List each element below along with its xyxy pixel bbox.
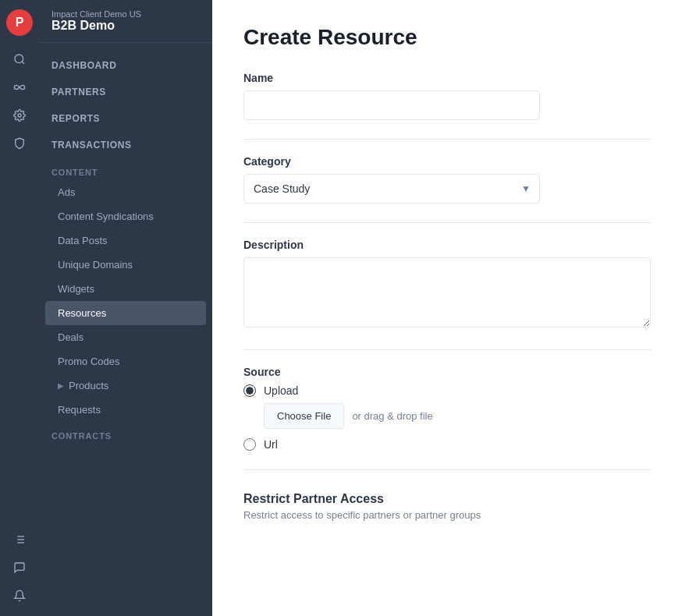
restrict-desc: Restrict access to specific partners or … [243,509,651,521]
main-content: Create Resource Name Category Case Study… [212,0,682,616]
sidebar-item-ads[interactable]: Ads [39,180,212,204]
category-section: Category Case Study White Paper eBook Vi… [243,155,651,204]
restrict-title: Restrict Partner Access [243,492,651,506]
products-chevron-icon: ▶ [58,381,64,390]
sidebar: Impact Client Demo US B2B Demo DASHBOARD… [39,0,212,616]
sidebar-item-content-syndications[interactable]: Content Syndications [39,204,212,228]
sidebar-item-data-posts[interactable]: Data Posts [39,228,212,253]
content-section-label: CONTENT [39,158,212,180]
bell-icon[interactable] [9,585,30,607]
divider-2 [243,222,651,223]
source-label: Source [243,366,651,378]
category-select[interactable]: Case Study White Paper eBook Video Webin… [243,174,540,204]
url-radio-item: Url [243,438,651,451]
source-section: Source Upload Choose File or drag & drop… [243,366,651,451]
sidebar-item-widgets[interactable]: Widgets [39,277,212,301]
sidebar-item-partners[interactable]: PARTNERS [39,79,212,105]
category-label: Category [243,155,651,168]
app-name: B2B Demo [52,19,200,33]
upload-radio[interactable] [243,384,256,397]
list-icon[interactable] [9,529,30,551]
svg-point-2 [18,114,21,117]
category-select-wrapper: Case Study White Paper eBook Video Webin… [243,174,540,204]
description-textarea[interactable] [243,257,651,327]
infinity-icon[interactable] [9,76,30,98]
upload-radio-item: Upload Choose File or drag & drop file [243,384,651,429]
source-radio-group: Upload Choose File or drag & drop file U… [243,384,651,451]
name-section: Name [243,72,651,120]
url-label[interactable]: Url [264,438,278,451]
settings-icon[interactable] [9,104,30,126]
sidebar-nav: DASHBOARD PARTNERS REPORTS TRANSACTIONS … [39,43,212,616]
divider-4 [243,469,651,470]
name-label: Name [243,72,651,84]
contracts-section-label: CONTRACTS [39,422,212,444]
description-section: Description [243,239,651,331]
upload-label[interactable]: Upload [264,384,298,397]
sidebar-item-reports[interactable]: REPORTS [39,105,212,132]
divider-3 [243,349,651,350]
instance-label: Impact Client Demo US [52,9,200,19]
sidebar-item-resources[interactable]: Resources [45,301,206,325]
shield-icon[interactable] [9,133,30,154]
divider-1 [243,139,651,140]
svg-line-1 [22,62,24,64]
drag-drop-text: or drag & drop file [352,410,432,422]
sidebar-item-promo-codes[interactable]: Promo Codes [39,349,212,373]
choose-file-button[interactable]: Choose File [264,403,344,429]
sidebar-item-deals[interactable]: Deals [39,325,212,349]
chat-icon[interactable] [9,557,30,579]
page-title: Create Resource [243,25,651,50]
app-logo-icon[interactable]: P [6,9,33,36]
svg-point-0 [15,55,23,63]
description-label: Description [243,239,651,251]
sidebar-item-dashboard[interactable]: DASHBOARD [39,52,212,79]
sidebar-header: Impact Client Demo US B2B Demo [39,0,212,43]
sidebar-item-requests[interactable]: Requests [39,398,212,422]
icon-rail: P [0,0,39,616]
restrict-partner-section: Restrict Partner Access Restrict access … [243,492,651,521]
sidebar-item-transactions[interactable]: TRANSACTIONS [39,132,212,158]
sidebar-item-unique-domains[interactable]: Unique Domains [39,253,212,277]
name-input[interactable] [243,90,540,120]
sidebar-item-products[interactable]: ▶ Products [39,373,212,398]
url-radio[interactable] [243,438,256,451]
upload-row: Choose File or drag & drop file [264,403,651,429]
search-icon[interactable] [9,48,30,70]
